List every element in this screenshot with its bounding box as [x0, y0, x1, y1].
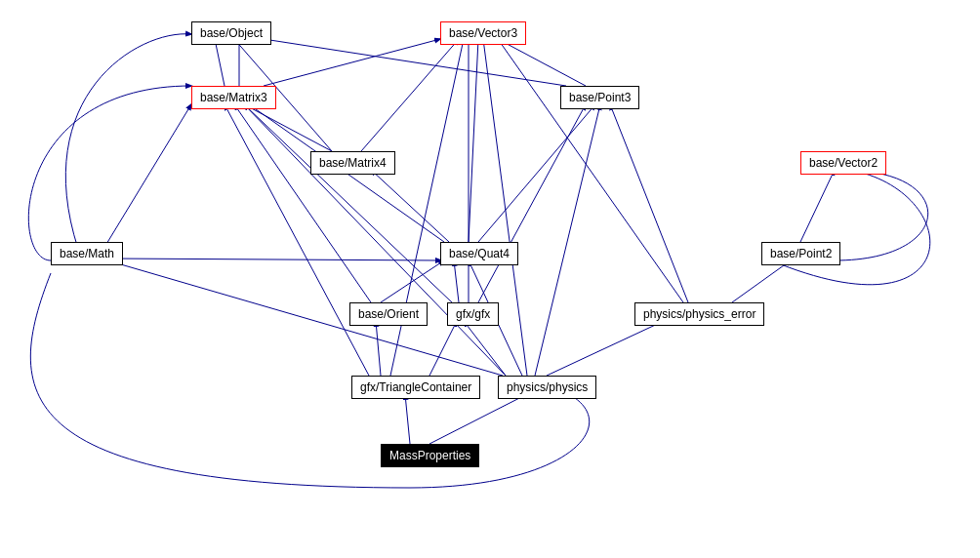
node-base-point2[interactable]: base/Point2 [761, 242, 840, 265]
node-base-orient[interactable]: base/Orient [349, 302, 428, 326]
node-base-quat4[interactable]: base/Quat4 [440, 242, 518, 265]
svg-line-32 [547, 321, 664, 376]
edges-svg [0, 0, 980, 558]
node-gfx-gfx[interactable]: gfx/gfx [447, 302, 499, 326]
node-base-point3[interactable]: base/Point3 [560, 86, 639, 109]
svg-line-26 [429, 321, 457, 376]
svg-line-20 [454, 260, 459, 302]
svg-line-8 [469, 39, 478, 242]
svg-line-1 [215, 39, 225, 86]
svg-line-16 [381, 260, 444, 302]
node-base-matrix3[interactable]: base/Matrix3 [191, 86, 276, 109]
svg-line-30 [535, 104, 600, 376]
svg-line-14 [112, 259, 441, 260]
node-physics-physics[interactable]: physics/physics [498, 376, 596, 399]
node-base-vector3[interactable]: base/Vector3 [440, 21, 526, 45]
svg-line-13 [98, 104, 191, 259]
svg-line-21 [498, 39, 683, 302]
svg-line-3 [498, 39, 586, 86]
svg-line-33 [464, 321, 506, 376]
node-gfx-triangle[interactable]: gfx/TriangleContainer [351, 376, 480, 399]
node-physics-error[interactable]: physics/physics_error [634, 302, 764, 326]
svg-line-18 [244, 104, 452, 302]
svg-line-25 [225, 104, 369, 376]
graph-container: base/Object base/Vector3 base/Matrix3 ba… [0, 0, 980, 558]
svg-line-27 [376, 321, 381, 376]
svg-line-15 [234, 104, 371, 302]
svg-line-12 [800, 170, 835, 242]
svg-line-10 [478, 104, 595, 242]
svg-line-34 [107, 260, 503, 376]
node-base-vector2[interactable]: base/Vector2 [800, 151, 886, 175]
svg-line-35 [405, 394, 410, 444]
svg-line-23 [732, 260, 791, 302]
svg-line-29 [244, 104, 506, 376]
node-mass-properties[interactable]: MassProperties [381, 444, 479, 467]
svg-line-11 [371, 170, 449, 242]
svg-line-19 [478, 104, 586, 302]
svg-line-36 [429, 394, 527, 444]
node-base-object[interactable]: base/Object [191, 21, 271, 45]
svg-line-22 [610, 104, 688, 302]
node-base-math[interactable]: base/Math [51, 242, 123, 265]
node-base-matrix4[interactable]: base/Matrix4 [310, 151, 395, 175]
svg-line-7 [244, 104, 332, 151]
